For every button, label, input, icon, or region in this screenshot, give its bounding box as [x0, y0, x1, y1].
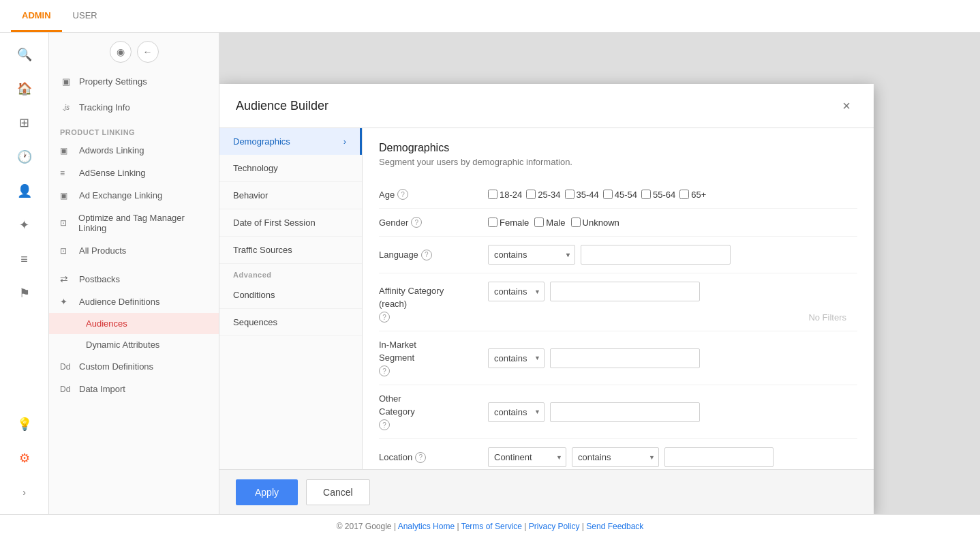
send-feedback-link[interactable]: Send Feedback	[586, 522, 643, 531]
sidebar-item-audience-definitions[interactable]: ✦ Audience Definitions	[49, 290, 219, 313]
language-text-input[interactable]	[581, 245, 731, 265]
adsense-label: AdSense Linking	[79, 168, 146, 178]
location-type-select[interactable]: Continent Sub-continent Country Region C…	[488, 447, 566, 467]
sidebar-item-postbacks[interactable]: ⇄ Postbacks	[49, 267, 219, 290]
location-text-input[interactable]	[664, 447, 774, 467]
flag-icon[interactable]: ⚑	[8, 277, 41, 310]
demographics-title: Demographics	[379, 142, 857, 154]
modal-nav-behavior[interactable]: Behavior	[219, 182, 362, 209]
settings-icon[interactable]: ⚙	[8, 442, 41, 475]
sidebar-item-dynamic-attributes[interactable]: Dynamic Attributes	[49, 334, 219, 355]
adwords-label: Adwords Linking	[79, 145, 144, 155]
all-products-icon: ⊡	[60, 246, 72, 256]
audience-builder-modal: Audience Builder × Demographics › Techno…	[219, 84, 874, 514]
affinity-text-input[interactable]	[550, 282, 700, 301]
age-25-34-checkbox[interactable]: 25-34	[526, 190, 560, 200]
modal-nav-technology[interactable]: Technology	[219, 155, 362, 182]
sidebar-item-data-import[interactable]: Dd Data Import	[49, 378, 219, 400]
tracking-info-label: Tracking Info	[79, 102, 130, 113]
other-category-condition-select[interactable]: contains	[488, 402, 545, 422]
clock-icon[interactable]: 🕐	[8, 140, 41, 173]
analytics-home-link[interactable]: Analytics Home	[398, 522, 455, 531]
privacy-policy-link[interactable]: Privacy Policy	[529, 522, 580, 531]
age-help-icon[interactable]: ?	[397, 189, 408, 200]
view-toggle-icon[interactable]: ◉	[110, 41, 132, 63]
other-category-text-input[interactable]	[550, 402, 700, 422]
language-condition-select[interactable]: contains exactly matches begins with end…	[488, 245, 575, 265]
in-market-text-input[interactable]	[550, 348, 700, 368]
location-help-icon[interactable]: ?	[415, 452, 426, 463]
adwords-icon: ▣	[60, 146, 72, 155]
age-55-64-checkbox[interactable]: 55-64	[641, 190, 675, 200]
modal-nav-date-of-first-session[interactable]: Date of First Session	[219, 209, 362, 237]
bulb-icon[interactable]: 💡	[8, 408, 41, 440]
dashboard-icon[interactable]: ⊞	[8, 106, 41, 139]
user-icon[interactable]: 👤	[8, 175, 41, 207]
conversions-icon[interactable]: ✦	[8, 209, 41, 241]
gender-male-checkbox[interactable]: Male	[534, 218, 565, 228]
age-65plus-checkbox[interactable]: 65+	[679, 190, 706, 200]
sidebar-item-ad-exchange-linking[interactable]: ▣ Ad Exchange Linking	[49, 184, 219, 207]
custom-definitions-label: Custom Definitions	[79, 361, 153, 372]
search-icon[interactable]: 🔍	[8, 38, 41, 71]
modal-title: Audience Builder	[236, 99, 328, 113]
admin-tab[interactable]: ADMIN	[11, 0, 62, 32]
all-products-label: All Products	[79, 245, 126, 256]
no-filters-label: No Filters	[808, 312, 846, 323]
sidebar-item-property-settings[interactable]: ▣ Property Settings	[49, 68, 219, 94]
property-settings-label: Property Settings	[79, 76, 147, 87]
age-45-54-checkbox[interactable]: 45-54	[603, 190, 637, 200]
product-linking-section: PRODUCT LINKING	[49, 120, 219, 139]
age-35-44-checkbox[interactable]: 35-44	[565, 190, 599, 200]
back-icon[interactable]: ←	[137, 41, 159, 63]
home-icon[interactable]: 🏠	[8, 72, 41, 105]
modal-nav-demographics[interactable]: Demographics ›	[219, 128, 362, 155]
sidebar-item-tracking-info[interactable]: .js Tracking Info	[49, 94, 219, 120]
sidebar-item-adwords-linking[interactable]: ▣ Adwords Linking	[49, 139, 219, 162]
tracking-info-icon: .js	[60, 101, 72, 113]
cancel-button[interactable]: Cancel	[306, 479, 370, 505]
modal-nav-conditions[interactable]: Conditions	[219, 282, 362, 309]
modal-nav-traffic-sources[interactable]: Traffic Sources	[219, 237, 362, 264]
ad-exchange-label: Ad Exchange Linking	[79, 190, 162, 200]
language-help-icon[interactable]: ?	[421, 250, 432, 260]
custom-def-icon: Dd	[60, 362, 72, 372]
audiences-label: Audiences	[86, 318, 127, 329]
apply-button[interactable]: Apply	[236, 479, 298, 505]
gender-help-icon[interactable]: ?	[411, 217, 422, 228]
expand-icon[interactable]: ›	[8, 476, 41, 509]
gender-label: Gender ?	[379, 217, 488, 228]
other-category-help-icon[interactable]: ?	[379, 419, 390, 430]
data-import-icon: Dd	[60, 385, 72, 394]
sidebar-item-adsense-linking[interactable]: ≡ AdSense Linking	[49, 162, 219, 184]
age-label: Age ?	[379, 189, 488, 200]
other-category-label: Other Category ?	[379, 393, 488, 430]
data-import-label: Data Import	[79, 384, 125, 394]
audience-def-icon: ✦	[60, 297, 72, 307]
modal-overlay: Audience Builder × Demographics › Techno…	[219, 33, 980, 514]
adsense-icon: ≡	[60, 168, 72, 178]
affinity-help-icon[interactable]: ?	[379, 312, 390, 323]
language-label: Language ?	[379, 250, 488, 260]
modal-close-button[interactable]: ×	[836, 95, 857, 117]
affinity-condition-select[interactable]: contains	[488, 282, 545, 301]
user-tab[interactable]: USER	[62, 0, 108, 32]
sidebar-item-all-products[interactable]: ⊡ All Products	[49, 239, 219, 262]
ad-exchange-icon: ▣	[60, 191, 72, 200]
dynamic-attributes-label: Dynamic Attributes	[86, 340, 159, 350]
property-settings-icon: ▣	[60, 75, 72, 87]
reports-icon[interactable]: ≡	[8, 243, 41, 275]
optimize-label: Optimize and Tag Manager Linking	[78, 213, 208, 233]
location-condition-select[interactable]: contains exactly matches begins with end…	[572, 447, 659, 467]
terms-of-service-link[interactable]: Terms of Service	[461, 522, 522, 531]
modal-nav-sequences[interactable]: Sequences	[219, 309, 362, 336]
gender-female-checkbox[interactable]: Female	[488, 218, 529, 228]
in-market-help-icon[interactable]: ?	[379, 365, 390, 376]
sidebar-item-custom-definitions[interactable]: Dd Custom Definitions	[49, 355, 219, 378]
sidebar-item-optimize-tag-manager[interactable]: ⊡ Optimize and Tag Manager Linking	[49, 207, 219, 239]
age-18-24-checkbox[interactable]: 18-24	[488, 190, 522, 200]
in-market-condition-select[interactable]: contains	[488, 348, 545, 368]
location-label: Location ?	[379, 452, 488, 463]
sidebar-item-audiences[interactable]: Audiences	[49, 313, 219, 334]
gender-unknown-checkbox[interactable]: Unknown	[571, 218, 619, 228]
